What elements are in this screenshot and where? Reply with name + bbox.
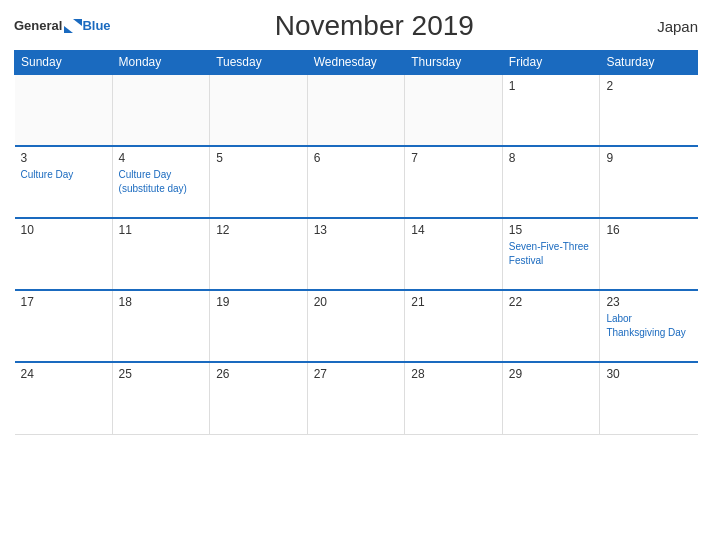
calendar-cell: 13 bbox=[307, 218, 405, 290]
week-row-2: 101112131415Seven-Five-ThreeFestival16 bbox=[15, 218, 698, 290]
weekday-header-wednesday: Wednesday bbox=[307, 51, 405, 75]
calendar-cell: 20 bbox=[307, 290, 405, 362]
calendar-cell: 15Seven-Five-ThreeFestival bbox=[502, 218, 600, 290]
day-number: 9 bbox=[606, 151, 691, 165]
event-label: Labor bbox=[606, 313, 632, 324]
calendar-header: SundayMondayTuesdayWednesdayThursdayFrid… bbox=[15, 51, 698, 75]
day-number: 20 bbox=[314, 295, 399, 309]
weekday-header-friday: Friday bbox=[502, 51, 600, 75]
day-number: 12 bbox=[216, 223, 301, 237]
day-number: 15 bbox=[509, 223, 594, 237]
week-row-3: 17181920212223LaborThanksgiving Day bbox=[15, 290, 698, 362]
calendar-cell bbox=[15, 74, 113, 146]
calendar-cell: 17 bbox=[15, 290, 113, 362]
logo-flag-icon bbox=[64, 19, 82, 33]
calendar-cell: 23LaborThanksgiving Day bbox=[600, 290, 698, 362]
calendar-cell: 3Culture Day bbox=[15, 146, 113, 218]
week-row-4: 24252627282930 bbox=[15, 362, 698, 434]
day-number: 16 bbox=[606, 223, 691, 237]
calendar-cell: 1 bbox=[502, 74, 600, 146]
week-row-1: 3Culture Day4Culture Day(substitute day)… bbox=[15, 146, 698, 218]
day-number: 7 bbox=[411, 151, 496, 165]
calendar-cell: 30 bbox=[600, 362, 698, 434]
calendar-cell: 28 bbox=[405, 362, 503, 434]
weekday-header-monday: Monday bbox=[112, 51, 210, 75]
weekday-header-thursday: Thursday bbox=[405, 51, 503, 75]
calendar-cell bbox=[210, 74, 308, 146]
calendar-cell: 11 bbox=[112, 218, 210, 290]
calendar-page: General Blue November 2019 Japan SundayM… bbox=[0, 0, 712, 550]
day-number: 25 bbox=[119, 367, 204, 381]
logo-general-text: General bbox=[14, 19, 62, 33]
day-number: 23 bbox=[606, 295, 691, 309]
event-label: Culture Day bbox=[119, 169, 172, 180]
logo: General Blue bbox=[14, 19, 111, 33]
calendar-cell: 26 bbox=[210, 362, 308, 434]
calendar-cell: 18 bbox=[112, 290, 210, 362]
day-number: 29 bbox=[509, 367, 594, 381]
calendar-cell: 19 bbox=[210, 290, 308, 362]
weekday-header-row: SundayMondayTuesdayWednesdayThursdayFrid… bbox=[15, 51, 698, 75]
calendar-table: SundayMondayTuesdayWednesdayThursdayFrid… bbox=[14, 50, 698, 435]
day-number: 13 bbox=[314, 223, 399, 237]
event-label: Seven-Five-Three bbox=[509, 241, 589, 252]
day-number: 24 bbox=[21, 367, 106, 381]
calendar-cell: 8 bbox=[502, 146, 600, 218]
day-number: 30 bbox=[606, 367, 691, 381]
day-number: 8 bbox=[509, 151, 594, 165]
day-number: 17 bbox=[21, 295, 106, 309]
calendar-cell: 29 bbox=[502, 362, 600, 434]
event-label: Thanksgiving Day bbox=[606, 327, 685, 338]
calendar-cell bbox=[307, 74, 405, 146]
calendar-cell: 9 bbox=[600, 146, 698, 218]
day-number: 10 bbox=[21, 223, 106, 237]
day-number: 3 bbox=[21, 151, 106, 165]
country-label: Japan bbox=[638, 18, 698, 35]
calendar-cell: 16 bbox=[600, 218, 698, 290]
day-number: 1 bbox=[509, 79, 594, 93]
calendar-cell: 21 bbox=[405, 290, 503, 362]
weekday-header-tuesday: Tuesday bbox=[210, 51, 308, 75]
week-row-0: 12 bbox=[15, 74, 698, 146]
calendar-cell: 2 bbox=[600, 74, 698, 146]
day-number: 4 bbox=[119, 151, 204, 165]
calendar-cell: 4Culture Day(substitute day) bbox=[112, 146, 210, 218]
calendar-cell: 25 bbox=[112, 362, 210, 434]
event-label: Festival bbox=[509, 255, 543, 266]
day-number: 27 bbox=[314, 367, 399, 381]
day-number: 26 bbox=[216, 367, 301, 381]
calendar-cell: 14 bbox=[405, 218, 503, 290]
day-number: 5 bbox=[216, 151, 301, 165]
day-number: 11 bbox=[119, 223, 204, 237]
event-label: Culture Day bbox=[21, 169, 74, 180]
day-number: 22 bbox=[509, 295, 594, 309]
calendar-cell: 27 bbox=[307, 362, 405, 434]
calendar-cell: 10 bbox=[15, 218, 113, 290]
calendar-cell: 6 bbox=[307, 146, 405, 218]
calendar-body: 123Culture Day4Culture Day(substitute da… bbox=[15, 74, 698, 434]
page-header: General Blue November 2019 Japan bbox=[14, 10, 698, 42]
calendar-cell bbox=[112, 74, 210, 146]
calendar-cell bbox=[405, 74, 503, 146]
calendar-cell: 5 bbox=[210, 146, 308, 218]
day-number: 21 bbox=[411, 295, 496, 309]
weekday-header-saturday: Saturday bbox=[600, 51, 698, 75]
day-number: 14 bbox=[411, 223, 496, 237]
day-number: 19 bbox=[216, 295, 301, 309]
day-number: 6 bbox=[314, 151, 399, 165]
logo-blue-text: Blue bbox=[82, 19, 110, 33]
event-label: (substitute day) bbox=[119, 183, 187, 194]
calendar-cell: 22 bbox=[502, 290, 600, 362]
page-title: November 2019 bbox=[111, 10, 638, 42]
day-number: 18 bbox=[119, 295, 204, 309]
day-number: 28 bbox=[411, 367, 496, 381]
calendar-cell: 24 bbox=[15, 362, 113, 434]
day-number: 2 bbox=[606, 79, 691, 93]
calendar-cell: 12 bbox=[210, 218, 308, 290]
calendar-cell: 7 bbox=[405, 146, 503, 218]
weekday-header-sunday: Sunday bbox=[15, 51, 113, 75]
